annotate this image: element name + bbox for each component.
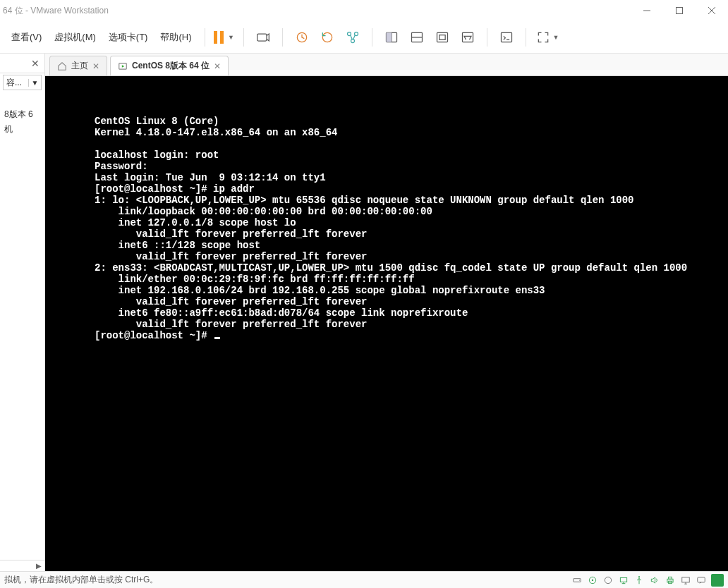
svg-rect-1 xyxy=(677,8,683,14)
svg-rect-28 xyxy=(667,579,673,582)
svg-marker-20 xyxy=(122,65,125,68)
clock-refresh-icon xyxy=(320,30,334,44)
library-list: 8版本 6 机 xyxy=(0,92,44,560)
close-button[interactable] xyxy=(696,0,728,21)
library-item[interactable]: 8版本 6 xyxy=(1,107,43,122)
window-title: 64 位 - VMware Workstation xyxy=(3,5,631,17)
svg-rect-18 xyxy=(501,32,511,42)
menu-help[interactable]: 帮助(H) xyxy=(154,28,197,47)
svg-point-24 xyxy=(592,579,593,580)
library-filter-combo[interactable]: 容... ▼ xyxy=(3,75,42,90)
console-icon xyxy=(499,30,514,44)
tab-home[interactable]: 主页 ✕ xyxy=(49,56,107,75)
scroll-right-button[interactable]: ▶ xyxy=(0,560,44,571)
svg-point-9 xyxy=(351,39,354,42)
separator xyxy=(282,28,283,47)
cursor-icon xyxy=(214,337,220,339)
view-stacked-button[interactable] xyxy=(405,27,429,48)
tab-centos-vm[interactable]: CentOS 8版本 64 位 ✕ xyxy=(110,56,229,75)
console-view-button[interactable] xyxy=(495,27,518,48)
library-header: ✕ xyxy=(0,54,44,73)
tab-bar: 主页 ✕ CentOS 8版本 64 位 ✕ xyxy=(45,54,728,76)
cdrom-icon[interactable] xyxy=(587,575,598,586)
separator xyxy=(243,28,244,47)
tab-label: 主页 xyxy=(71,60,88,72)
split-horizontal-icon xyxy=(410,30,424,44)
svg-rect-17 xyxy=(462,32,473,42)
svg-point-22 xyxy=(579,580,580,580)
status-hint: 拟机，请在虚拟机内部单击或按 Ctrl+G。 xyxy=(4,574,571,586)
clock-icon xyxy=(295,30,309,44)
window-titlebar: 64 位 - VMware Workstation xyxy=(0,0,728,21)
chevron-down-icon: ▼ xyxy=(228,34,234,41)
svg-rect-12 xyxy=(386,32,392,42)
menu-view[interactable]: 查看(V) xyxy=(6,28,47,47)
pause-icon xyxy=(214,31,224,44)
svg-point-6 xyxy=(322,32,332,42)
maximize-icon xyxy=(676,7,683,14)
vm-console[interactable]: CentOS Linux 8 (Core) Kernel 4.18.0-147.… xyxy=(45,76,728,571)
view-side-by-side-button[interactable] xyxy=(380,27,404,48)
window-controls xyxy=(631,0,728,21)
vm-running-icon xyxy=(118,61,128,71)
svg-rect-29 xyxy=(669,577,672,579)
tab-label: CentOS 8版本 64 位 xyxy=(132,60,210,72)
snapshot-tree-icon xyxy=(346,30,360,44)
home-icon xyxy=(57,61,67,71)
tab-close-button[interactable]: ✕ xyxy=(214,61,221,71)
combo-text: 容... xyxy=(4,77,28,89)
maximize-button[interactable] xyxy=(663,0,696,21)
separator xyxy=(487,28,487,47)
svg-rect-4 xyxy=(257,34,266,41)
svg-rect-31 xyxy=(682,577,690,582)
separator xyxy=(205,28,205,47)
usb-icon[interactable] xyxy=(633,575,645,586)
hdd-icon[interactable] xyxy=(571,575,583,586)
svg-rect-16 xyxy=(439,35,444,39)
printer-icon[interactable] xyxy=(665,575,676,586)
svg-rect-15 xyxy=(437,32,447,42)
library-panel: ✕ 容... ▼ 8版本 6 机 ▶ xyxy=(0,54,45,571)
tab-close-button[interactable]: ✕ xyxy=(92,61,99,71)
content-area: 主页 ✕ CentOS 8版本 64 位 ✕ CentOS Linux 8 (C… xyxy=(45,54,728,571)
terminal-output: CentOS Linux 8 (Core) Kernel 4.18.0-147.… xyxy=(95,116,687,341)
svg-point-27 xyxy=(638,575,640,577)
send-ctrl-alt-del-button[interactable] xyxy=(251,27,275,48)
network-icon[interactable] xyxy=(618,575,629,586)
fullscreen-icon xyxy=(536,30,550,44)
status-device-icons xyxy=(571,574,724,587)
single-window-icon xyxy=(435,30,449,44)
vm-status-badge[interactable] xyxy=(711,574,724,587)
close-panel-button[interactable]: ✕ xyxy=(29,57,42,70)
menu-vm[interactable]: 虚拟机(M) xyxy=(49,28,102,47)
statusbar: 拟机，请在虚拟机内部单击或按 Ctrl+G。 xyxy=(0,571,728,588)
split-vertical-icon xyxy=(384,30,399,44)
svg-rect-26 xyxy=(620,577,626,582)
chevron-down-icon: ▼ xyxy=(553,34,559,41)
separator xyxy=(372,28,372,47)
sound-icon[interactable] xyxy=(649,575,660,586)
svg-point-25 xyxy=(605,577,611,583)
pause-button[interactable]: ▼ xyxy=(212,27,236,48)
main-area: ✕ 容... ▼ 8版本 6 机 ▶ 主页 ✕ xyxy=(0,54,728,571)
snapshot-manager-button[interactable] xyxy=(341,27,365,48)
separator xyxy=(526,28,526,47)
library-item[interactable]: 机 xyxy=(1,122,43,137)
unity-mode-button[interactable] xyxy=(456,27,480,48)
chevron-down-icon[interactable]: ▼ xyxy=(28,79,41,87)
menu-tabs[interactable]: 选项卡(T) xyxy=(103,28,154,47)
floppy-icon[interactable] xyxy=(602,575,614,586)
menubar: 查看(V) 虚拟机(M) 选项卡(T) 帮助(H) ▼ ▼ xyxy=(0,21,728,54)
close-icon xyxy=(708,7,715,14)
revert-snapshot-button[interactable] xyxy=(315,27,339,48)
minimize-button[interactable] xyxy=(631,0,663,21)
send-keys-icon xyxy=(256,30,270,44)
minimize-icon xyxy=(643,7,650,14)
snapshot-button[interactable] xyxy=(290,27,314,48)
fullscreen-button[interactable]: ▼ xyxy=(533,27,562,48)
message-icon[interactable] xyxy=(696,575,707,586)
view-single-button[interactable] xyxy=(430,27,454,48)
svg-rect-32 xyxy=(698,577,705,582)
display-icon[interactable] xyxy=(680,575,691,586)
unity-icon xyxy=(461,30,475,44)
